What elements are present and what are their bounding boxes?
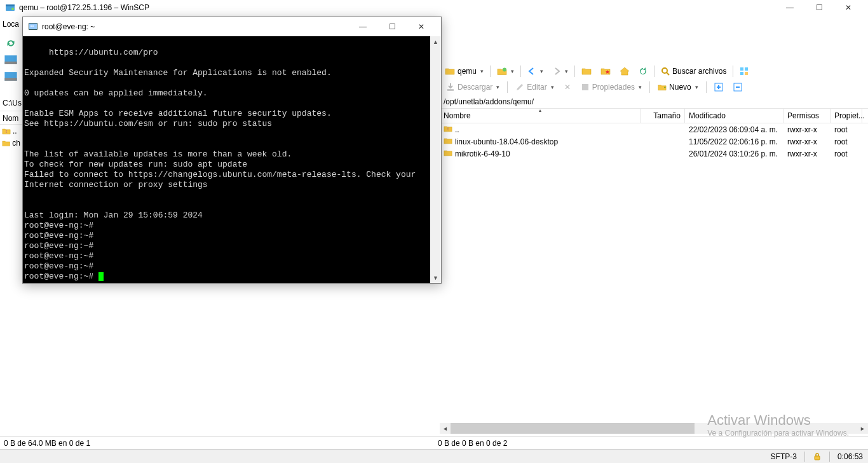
parent-folder-icon: t bbox=[444, 125, 452, 134]
file-permissions: rwxr-xr-x bbox=[783, 137, 831, 146]
local-col-name[interactable]: Nom bbox=[0, 111, 22, 125]
remote-file-list: t..22/02/2023 06:09:04 a. m.rwxr-xr-xroo… bbox=[440, 123, 868, 160]
chevron-down-icon: ▾ bbox=[540, 68, 543, 74]
scroll-thumb[interactable] bbox=[451, 423, 695, 434]
status-left: 0 B de 64.0 MB en 0 de 1 bbox=[0, 438, 434, 449]
nav-forward[interactable]: ▾ bbox=[548, 64, 572, 78]
col-owner[interactable]: Propiet... bbox=[831, 109, 862, 123]
svg-point-24 bbox=[32, 25, 34, 27]
new-button[interactable]: Nuevo▾ bbox=[654, 80, 702, 94]
table-row[interactable]: t..22/02/2023 06:09:04 a. m.rwxr-xr-xroo… bbox=[440, 123, 868, 135]
scroll-right-icon[interactable]: ► bbox=[857, 423, 868, 434]
folder-icon bbox=[581, 67, 592, 75]
svg-rect-15 bbox=[447, 89, 454, 91]
local-path: C:\Us bbox=[0, 97, 22, 109]
new-folder-icon bbox=[658, 83, 667, 92]
disk2-icon[interactable] bbox=[4, 69, 18, 83]
svg-rect-5 bbox=[4, 62, 17, 64]
local-row-item[interactable]: ch bbox=[0, 137, 22, 149]
file-permissions: rwxr-xr-x bbox=[783, 125, 831, 134]
search-button[interactable]: Buscar archivos bbox=[657, 64, 730, 78]
putty-icon bbox=[28, 22, 38, 32]
download-button[interactable]: Descargar▾ bbox=[442, 80, 503, 94]
properties-button[interactable]: Propiedades▾ bbox=[577, 80, 646, 94]
svg-point-10 bbox=[662, 68, 667, 73]
col-modified[interactable]: Modificado bbox=[685, 109, 783, 123]
terminal-output[interactable]: https://ubuntu.com/pro Expanded Security… bbox=[23, 36, 430, 283]
svg-rect-20 bbox=[815, 456, 820, 460]
scroll-track[interactable] bbox=[430, 47, 441, 272]
remote-column-headers: Nombre▴ Tamaño Modificado Permisos Propi… bbox=[440, 108, 868, 123]
file-owner: root bbox=[831, 137, 862, 146]
separator bbox=[520, 66, 521, 77]
remote-action-toolbar: Descargar▾ Editar▾ ✕ Propiedades▾ Nuevo▾ bbox=[440, 79, 868, 95]
file-modified: 22/02/2023 06:09:04 a. m. bbox=[685, 125, 783, 134]
terminal-minimize-button[interactable]: — bbox=[348, 17, 377, 36]
remote-folder-dropdown[interactable]: qemu ▾ bbox=[441, 64, 487, 78]
separator bbox=[654, 66, 654, 77]
svg-rect-16 bbox=[582, 84, 588, 90]
terminal-close-button[interactable]: ✕ bbox=[407, 17, 436, 36]
separator bbox=[490, 66, 491, 77]
separator bbox=[649, 81, 650, 93]
folder-icon bbox=[444, 149, 452, 158]
table-row[interactable]: linux-ubuntu-18.04.06-desktop11/05/2022 … bbox=[440, 135, 868, 148]
refresh-icon bbox=[639, 67, 648, 76]
nav-extra[interactable] bbox=[736, 64, 754, 78]
nav-folder2[interactable] bbox=[597, 64, 614, 78]
table-row[interactable]: mikrotik-6-49-1026/01/2024 03:10:26 p. m… bbox=[440, 148, 868, 160]
nav-item[interactable]: ▾ bbox=[493, 64, 518, 78]
svg-point-23 bbox=[31, 25, 32, 27]
terminal-body-wrap: https://ubuntu.com/pro Expanded Security… bbox=[23, 36, 441, 283]
chevron-down-icon: ▾ bbox=[496, 84, 499, 90]
scroll-track[interactable] bbox=[451, 423, 857, 434]
properties-icon bbox=[581, 83, 590, 92]
svg-rect-12 bbox=[745, 67, 748, 71]
horizontal-scrollbar[interactable]: ◄ ► bbox=[440, 423, 868, 434]
svg-point-2 bbox=[11, 8, 14, 10]
file-modified: 26/01/2024 03:10:26 p. m. bbox=[685, 149, 783, 158]
minus-button[interactable] bbox=[729, 80, 746, 94]
file-name: linux-ubuntu-18.04.06-desktop bbox=[455, 137, 558, 146]
scroll-up-icon[interactable]: ▲ bbox=[430, 36, 441, 47]
file-permissions: rwxr-xr-x bbox=[783, 149, 831, 158]
scroll-down-icon[interactable]: ▼ bbox=[430, 272, 441, 283]
folder-star-icon bbox=[600, 67, 611, 75]
delete-icon: ✕ bbox=[564, 83, 571, 92]
terminal-window: root@eve-ng: ~ — ☐ ✕ https://ubuntu.com/… bbox=[22, 17, 442, 284]
col-name[interactable]: Nombre▴ bbox=[440, 109, 641, 123]
chevron-down-icon: ▾ bbox=[480, 68, 484, 74]
file-owner: root bbox=[831, 149, 862, 158]
chevron-down-icon: ▾ bbox=[551, 84, 554, 90]
nav-refresh[interactable] bbox=[635, 64, 651, 78]
disk-icon[interactable] bbox=[4, 53, 18, 67]
nav-home[interactable] bbox=[616, 64, 634, 78]
scroll-left-icon[interactable]: ◄ bbox=[440, 423, 451, 434]
col-permissions[interactable]: Permisos bbox=[783, 109, 831, 123]
arrow-right-icon bbox=[552, 67, 561, 75]
local-label: Loca bbox=[3, 20, 19, 29]
terminal-scrollbar[interactable]: ▲ ▼ bbox=[430, 36, 441, 283]
terminal-maximize-button[interactable]: ☐ bbox=[377, 17, 407, 36]
folder-new-icon bbox=[497, 67, 507, 76]
plus-button[interactable] bbox=[710, 80, 727, 94]
edit-button[interactable]: Editar▾ bbox=[512, 80, 557, 94]
separator bbox=[804, 452, 805, 462]
close-button[interactable]: ✕ bbox=[834, 0, 863, 15]
minimize-button[interactable]: — bbox=[775, 0, 804, 15]
delete-button[interactable]: ✕ bbox=[560, 80, 574, 94]
home-icon bbox=[620, 67, 630, 76]
folder-icon bbox=[445, 67, 455, 75]
maximize-button[interactable]: ☐ bbox=[804, 0, 834, 15]
nav-back[interactable]: ▾ bbox=[524, 64, 547, 78]
status-divider bbox=[0, 436, 868, 437]
nav-folder1[interactable] bbox=[578, 64, 595, 78]
local-row-parent[interactable]: t .. bbox=[0, 125, 22, 137]
col-size[interactable]: Tamaño bbox=[641, 109, 685, 123]
terminal-titlebar[interactable]: root@eve-ng: ~ — ☐ ✕ bbox=[23, 17, 441, 36]
svg-rect-3 bbox=[4, 36, 18, 50]
separator bbox=[829, 452, 830, 462]
sync-icon[interactable] bbox=[4, 36, 18, 50]
lock-icon bbox=[813, 452, 822, 461]
folder-icon bbox=[444, 137, 452, 146]
